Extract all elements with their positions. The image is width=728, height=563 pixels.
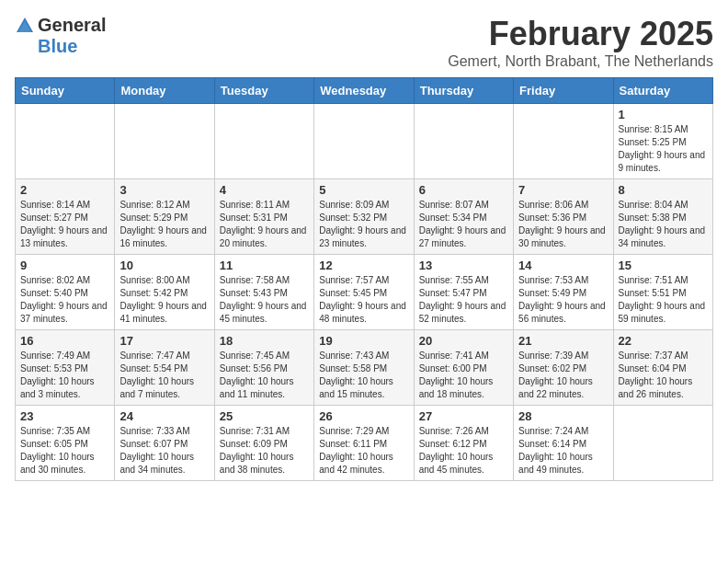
day-number: 27 [419, 409, 508, 423]
day-info: Sunrise: 7:45 AM Sunset: 5:56 PM Dayligh… [220, 350, 309, 401]
day-info: Sunrise: 7:29 AM Sunset: 6:11 PM Dayligh… [319, 425, 408, 477]
day-info: Sunrise: 7:51 AM Sunset: 5:51 PM Dayligh… [619, 274, 708, 326]
calendar-cell: 4Sunrise: 8:11 AM Sunset: 5:31 PM Daylig… [214, 179, 313, 255]
day-number: 8 [619, 183, 708, 197]
day-info: Sunrise: 8:04 AM Sunset: 5:38 PM Dayligh… [619, 199, 708, 250]
day-number: 18 [220, 334, 309, 348]
day-number: 3 [119, 183, 209, 197]
day-info: Sunrise: 7:26 AM Sunset: 6:12 PM Dayligh… [419, 425, 508, 477]
day-info: Sunrise: 8:12 AM Sunset: 5:29 PM Dayligh… [119, 199, 209, 250]
day-number: 13 [419, 259, 508, 272]
day-info: Sunrise: 7:35 AM Sunset: 6:05 PM Dayligh… [20, 425, 109, 477]
day-number: 24 [119, 409, 209, 423]
calendar-cell: 18Sunrise: 7:45 AM Sunset: 5:56 PM Dayli… [214, 330, 313, 406]
calendar-cell: 23Sunrise: 7:35 AM Sunset: 6:05 PM Dayli… [16, 406, 115, 481]
day-info: Sunrise: 8:06 AM Sunset: 5:36 PM Dayligh… [518, 199, 608, 250]
day-number: 9 [20, 259, 109, 272]
weekday-thursday: Thursday [414, 78, 513, 104]
weekday-monday: Monday [115, 78, 214, 104]
calendar-cell: 2Sunrise: 8:14 AM Sunset: 5:27 PM Daylig… [16, 179, 115, 255]
calendar-table: SundayMondayTuesdayWednesdayThursdayFrid… [15, 77, 713, 481]
day-number: 5 [319, 183, 408, 197]
day-info: Sunrise: 7:43 AM Sunset: 5:58 PM Dayligh… [319, 350, 408, 401]
calendar-cell: 15Sunrise: 7:51 AM Sunset: 5:51 PM Dayli… [613, 255, 712, 330]
title-section: February 2025 Gemert, North Brabant, The… [448, 15, 713, 70]
week-row-3: 9Sunrise: 8:02 AM Sunset: 5:40 PM Daylig… [16, 255, 713, 330]
calendar-cell: 22Sunrise: 7:37 AM Sunset: 6:04 PM Dayli… [613, 330, 712, 406]
logo: General Blue [15, 15, 106, 57]
day-info: Sunrise: 8:09 AM Sunset: 5:32 PM Dayligh… [319, 199, 408, 250]
day-number: 14 [518, 259, 608, 272]
calendar-cell: 21Sunrise: 7:39 AM Sunset: 6:02 PM Dayli… [514, 330, 613, 406]
day-info: Sunrise: 7:33 AM Sunset: 6:07 PM Dayligh… [119, 425, 209, 477]
calendar-cell: 17Sunrise: 7:47 AM Sunset: 5:54 PM Dayli… [115, 330, 214, 406]
day-number: 22 [619, 334, 708, 348]
day-number: 11 [220, 259, 309, 272]
day-number: 12 [319, 259, 408, 272]
day-number: 7 [518, 183, 608, 197]
weekday-saturday: Saturday [613, 78, 712, 104]
logo-icon [15, 16, 35, 36]
week-row-4: 16Sunrise: 7:49 AM Sunset: 5:53 PM Dayli… [16, 330, 713, 406]
calendar-cell: 13Sunrise: 7:55 AM Sunset: 5:47 PM Dayli… [414, 255, 513, 330]
location: Gemert, North Brabant, The Netherlands [448, 53, 713, 70]
day-number: 2 [20, 183, 109, 197]
header: General Blue February 2025 Gemert, North… [15, 15, 713, 70]
calendar-cell: 7Sunrise: 8:06 AM Sunset: 5:36 PM Daylig… [514, 179, 613, 255]
day-info: Sunrise: 7:57 AM Sunset: 5:45 PM Dayligh… [319, 274, 408, 326]
day-info: Sunrise: 8:14 AM Sunset: 5:27 PM Dayligh… [20, 199, 109, 250]
day-info: Sunrise: 8:00 AM Sunset: 5:42 PM Dayligh… [119, 274, 209, 326]
calendar-cell: 12Sunrise: 7:57 AM Sunset: 5:45 PM Dayli… [314, 255, 414, 330]
calendar-cell [613, 406, 712, 481]
calendar-cell: 14Sunrise: 7:53 AM Sunset: 5:49 PM Dayli… [514, 255, 613, 330]
day-number: 26 [319, 409, 408, 423]
day-info: Sunrise: 7:39 AM Sunset: 6:02 PM Dayligh… [518, 350, 608, 401]
calendar-cell: 3Sunrise: 8:12 AM Sunset: 5:29 PM Daylig… [115, 179, 214, 255]
day-info: Sunrise: 8:07 AM Sunset: 5:34 PM Dayligh… [419, 199, 508, 250]
calendar-cell: 9Sunrise: 8:02 AM Sunset: 5:40 PM Daylig… [16, 255, 115, 330]
day-number: 15 [619, 259, 708, 272]
day-number: 25 [220, 409, 309, 423]
week-row-1: 1Sunrise: 8:15 AM Sunset: 5:25 PM Daylig… [16, 104, 713, 179]
calendar-cell [414, 104, 513, 179]
month-year: February 2025 [448, 15, 713, 53]
day-number: 6 [419, 183, 508, 197]
day-number: 1 [619, 108, 708, 121]
calendar-cell: 25Sunrise: 7:31 AM Sunset: 6:09 PM Dayli… [214, 406, 313, 481]
day-info: Sunrise: 7:58 AM Sunset: 5:43 PM Dayligh… [220, 274, 309, 326]
day-number: 4 [220, 183, 309, 197]
day-number: 20 [419, 334, 508, 348]
day-info: Sunrise: 8:02 AM Sunset: 5:40 PM Dayligh… [20, 274, 109, 326]
day-number: 23 [20, 409, 109, 423]
calendar-cell [314, 104, 414, 179]
calendar-cell: 20Sunrise: 7:41 AM Sunset: 6:00 PM Dayli… [414, 330, 513, 406]
calendar-cell: 26Sunrise: 7:29 AM Sunset: 6:11 PM Dayli… [314, 406, 414, 481]
day-info: Sunrise: 8:15 AM Sunset: 5:25 PM Dayligh… [619, 123, 708, 175]
weekday-friday: Friday [514, 78, 613, 104]
logo-general: General [38, 15, 106, 36]
calendar-cell: 11Sunrise: 7:58 AM Sunset: 5:43 PM Dayli… [214, 255, 313, 330]
calendar-cell [214, 104, 313, 179]
calendar-cell [16, 104, 115, 179]
day-number: 10 [119, 259, 209, 272]
day-info: Sunrise: 7:31 AM Sunset: 6:09 PM Dayligh… [220, 425, 309, 477]
weekday-wednesday: Wednesday [314, 78, 414, 104]
calendar-cell: 10Sunrise: 8:00 AM Sunset: 5:42 PM Dayli… [115, 255, 214, 330]
weekday-sunday: Sunday [16, 78, 115, 104]
calendar-cell: 24Sunrise: 7:33 AM Sunset: 6:07 PM Dayli… [115, 406, 214, 481]
day-info: Sunrise: 7:24 AM Sunset: 6:14 PM Dayligh… [518, 425, 608, 477]
day-info: Sunrise: 7:37 AM Sunset: 6:04 PM Dayligh… [619, 350, 708, 401]
day-info: Sunrise: 8:11 AM Sunset: 5:31 PM Dayligh… [220, 199, 309, 250]
day-number: 28 [518, 409, 608, 423]
calendar-cell: 8Sunrise: 8:04 AM Sunset: 5:38 PM Daylig… [613, 179, 712, 255]
weekday-header-row: SundayMondayTuesdayWednesdayThursdayFrid… [16, 78, 713, 104]
calendar-cell: 5Sunrise: 8:09 AM Sunset: 5:32 PM Daylig… [314, 179, 414, 255]
day-info: Sunrise: 7:47 AM Sunset: 5:54 PM Dayligh… [119, 350, 209, 401]
calendar-cell: 27Sunrise: 7:26 AM Sunset: 6:12 PM Dayli… [414, 406, 513, 481]
day-number: 16 [20, 334, 109, 348]
calendar-cell [115, 104, 214, 179]
calendar-cell [514, 104, 613, 179]
day-number: 19 [319, 334, 408, 348]
weekday-tuesday: Tuesday [214, 78, 313, 104]
logo-blue: Blue [38, 36, 77, 57]
